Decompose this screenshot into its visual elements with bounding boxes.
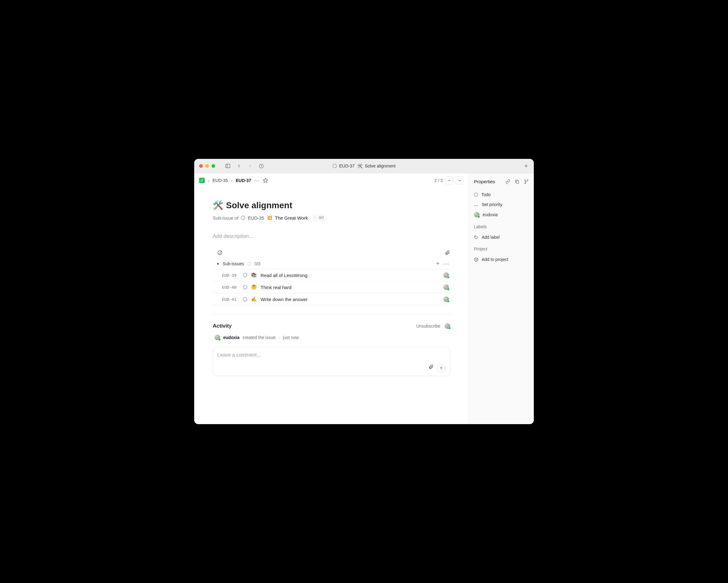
window-maximize-button[interactable]	[211, 164, 215, 168]
traffic-lights	[199, 164, 215, 168]
svg-point-19	[525, 183, 526, 184]
branch-icon[interactable]	[524, 179, 529, 184]
copy-link-icon[interactable]	[505, 179, 510, 184]
add-sub-issue-button[interactable]	[435, 261, 440, 267]
parent-issue-title[interactable]: The Great Work	[275, 215, 308, 221]
project-icon[interactable]: ✓	[199, 178, 205, 183]
pager-position: 2 / 3	[434, 178, 443, 183]
properties-header: Properties	[474, 179, 501, 184]
sub-issue-icon: 📚	[251, 272, 257, 278]
sub-issue-title: Write down the answer	[261, 297, 308, 302]
sub-issues-more-icon[interactable]: ⋯	[443, 261, 449, 267]
svg-point-6	[314, 217, 316, 219]
add-label-text: Add label	[482, 235, 499, 240]
chevron-icon: ›	[208, 178, 209, 183]
comment-attach-icon[interactable]	[428, 364, 434, 372]
svg-marker-5	[263, 178, 268, 183]
sub-issue-row[interactable]: EUD-41✍️Write down the answer	[213, 293, 450, 305]
sub-issue-icon: 🤔	[251, 284, 257, 290]
window-title-prefix: EUD-37	[339, 164, 355, 168]
collapse-caret-icon[interactable]: ▼	[216, 262, 219, 266]
add-project-text: Add to project	[482, 257, 508, 262]
activity-header: Activity Unsubscribe	[213, 314, 450, 333]
window-title-icon: 🛠️	[357, 164, 362, 168]
attachment-icon[interactable]	[445, 250, 450, 255]
titlebar: EUD-37 🛠️ Solve alignment	[194, 159, 534, 173]
status-circle-icon	[241, 216, 245, 220]
window-minimize-button[interactable]	[205, 164, 209, 168]
assignee-avatar[interactable]	[443, 297, 449, 302]
activity-avatar[interactable]	[214, 335, 220, 340]
svg-point-12	[248, 262, 251, 266]
subscriber-avatar[interactable]	[445, 323, 450, 329]
status-value: Todo	[481, 192, 491, 197]
assignee-name: eudoxia	[483, 212, 498, 217]
nav-back-button[interactable]	[236, 163, 242, 169]
new-item-button[interactable]	[523, 163, 529, 169]
add-label-row[interactable]: Add label	[474, 232, 529, 242]
priority-row[interactable]: Set priority	[474, 200, 529, 210]
pager-next-button[interactable]	[456, 176, 464, 185]
parent-issue-line: Sub-issue of EUD-35 💥 The Great Work 0/3	[213, 215, 450, 221]
window-close-button[interactable]	[199, 164, 203, 168]
issue-title-icon: 🛠️	[213, 200, 224, 211]
activity-title: Activity	[213, 323, 232, 329]
cube-icon	[474, 257, 478, 262]
main-content: ✓ › EUD-35 › EUD-37 ⋯ 2 / 3	[194, 173, 469, 424]
nav-forward-button[interactable]	[247, 163, 254, 169]
sub-issue-id: EUD-39	[222, 273, 239, 278]
add-reaction-icon[interactable]	[217, 250, 223, 255]
history-icon[interactable]	[258, 163, 265, 169]
status-circle-icon	[333, 164, 337, 168]
parent-progress-pill[interactable]: 0/3	[310, 215, 327, 221]
sub-issue-row[interactable]: EUD-40🤔Think real hard	[213, 281, 450, 293]
sub-issue-title: Think real hard	[261, 285, 291, 290]
sub-issues-label: Sub-issues	[223, 261, 244, 266]
breadcrumb-current[interactable]: EUD-37	[236, 178, 251, 183]
activity-entry: eudoxiacreated the issue·just now	[213, 333, 450, 348]
priority-value: Set priority	[482, 202, 502, 207]
activity-action: created the issue	[243, 335, 276, 340]
status-circle-icon	[243, 297, 247, 301]
activity-user[interactable]: eudoxia	[223, 335, 240, 340]
titlebar-controls	[225, 163, 265, 169]
assignee-avatar[interactable]	[443, 284, 449, 290]
sub-issue-title: Read all of LessWrong	[261, 273, 307, 278]
activity-time: just now	[283, 335, 298, 340]
comment-submit-button[interactable]	[437, 364, 445, 372]
star-icon[interactable]	[263, 178, 268, 183]
duplicate-icon[interactable]	[515, 179, 520, 184]
add-project-row[interactable]: Add to project	[474, 254, 529, 265]
sub-issue-row[interactable]: EUD-39📚Read all of LessWrong	[213, 269, 450, 281]
sub-issue-id: EUD-40	[222, 285, 239, 290]
labels-header: Labels	[474, 224, 529, 229]
parent-issue-id[interactable]: EUD-35	[248, 215, 264, 221]
description-input[interactable]: Add description...	[213, 233, 450, 239]
status-circle-icon	[474, 193, 478, 197]
assignee-row[interactable]: eudoxia	[474, 210, 529, 220]
assignee-avatar[interactable]	[443, 272, 449, 278]
status-row[interactable]: Todo	[474, 190, 529, 200]
properties-sidebar: Properties Todo Set priority	[469, 173, 534, 424]
sub-issues-header[interactable]: ▼ Sub-issues 0/3 ⋯	[213, 258, 450, 269]
svg-point-9	[220, 252, 221, 252]
activity-separator: ·	[279, 335, 280, 340]
issue-title[interactable]: 🛠️ Solve alignment	[213, 200, 450, 211]
pager-prev-button[interactable]	[445, 176, 453, 185]
breadcrumb-parent[interactable]: EUD-35	[212, 178, 228, 183]
comment-input[interactable]: Leave a comment...	[217, 352, 445, 358]
svg-point-8	[219, 252, 219, 252]
tag-icon	[474, 235, 478, 240]
window-title-text: Solve alignment	[365, 164, 396, 168]
status-circle-icon	[243, 285, 247, 289]
svg-point-18	[527, 179, 528, 181]
sidebar-toggle-icon[interactable]	[225, 163, 231, 169]
unsubscribe-button[interactable]: Unsubscribe	[416, 324, 440, 329]
svg-rect-16	[516, 181, 519, 183]
more-options-icon[interactable]: ⋯	[254, 178, 260, 183]
svg-rect-0	[226, 164, 230, 168]
app-window: EUD-37 🛠️ Solve alignment ✓ › EUD-35 › E…	[194, 159, 534, 424]
progress-circle-icon	[247, 261, 251, 266]
parent-issue-icon: 💥	[267, 215, 272, 221]
assignee-avatar	[474, 212, 479, 218]
